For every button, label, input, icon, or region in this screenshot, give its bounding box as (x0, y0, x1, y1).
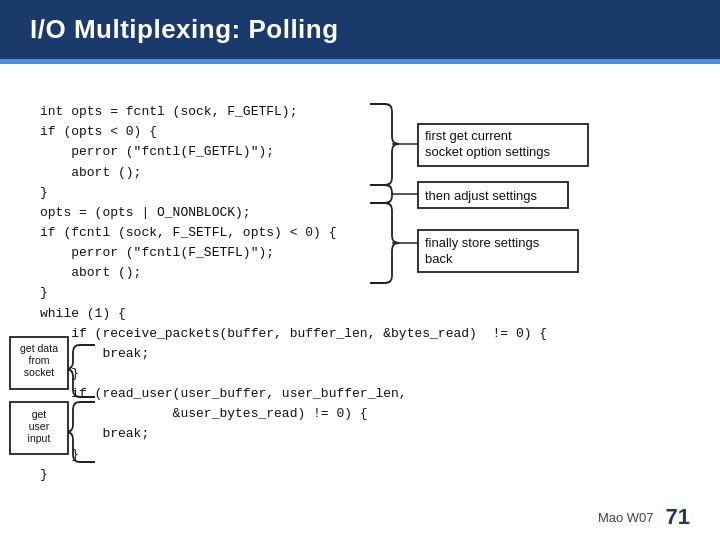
code-line-18: } (40, 447, 79, 462)
code-line-6: opts = (opts | O_NONBLOCK); (40, 205, 251, 220)
code-line-8: perror ("fcntl(F_SETFL)"); (40, 245, 274, 260)
page-number: 71 (666, 504, 690, 530)
code-line-4: abort (); (40, 165, 141, 180)
code-line-10: } (40, 285, 48, 300)
code-block: int opts = fcntl (sock, F_GETFL); if (op… (40, 82, 680, 505)
code-line-3: perror ("fcntl(F_GETFL)"); (40, 144, 274, 159)
slide-title: I/O Multiplexing: Polling (30, 14, 339, 44)
code-line-17: break; (40, 426, 149, 441)
code-line-2: if (opts < 0) { (40, 124, 157, 139)
code-line-19: } (40, 467, 48, 482)
code-line-15: if (read_user(user_buffer, user_buffer_l… (40, 386, 407, 401)
code-line-14: } (40, 366, 79, 381)
code-line-1: int opts = fcntl (sock, F_GETFL); (40, 104, 297, 119)
slide-footer: Mao W07 71 (598, 504, 690, 530)
footer-source: Mao W07 (598, 510, 654, 525)
code-line-11: while (1) { (40, 306, 126, 321)
code-line-13: break; (40, 346, 149, 361)
code-line-5: } (40, 185, 48, 200)
slide: I/O Multiplexing: Polling int opts = fcn… (0, 0, 720, 540)
slide-header: I/O Multiplexing: Polling (0, 0, 720, 59)
code-line-12: if (receive_packets(buffer, buffer_len, … (40, 326, 547, 341)
code-line-16: &user_bytes_read) != 0) { (40, 406, 368, 421)
slide-content: int opts = fcntl (sock, F_GETFL); if (op… (0, 64, 720, 515)
code-line-9: abort (); (40, 265, 141, 280)
code-line-7: if (fcntl (sock, F_SETFL, opts) < 0) { (40, 225, 336, 240)
